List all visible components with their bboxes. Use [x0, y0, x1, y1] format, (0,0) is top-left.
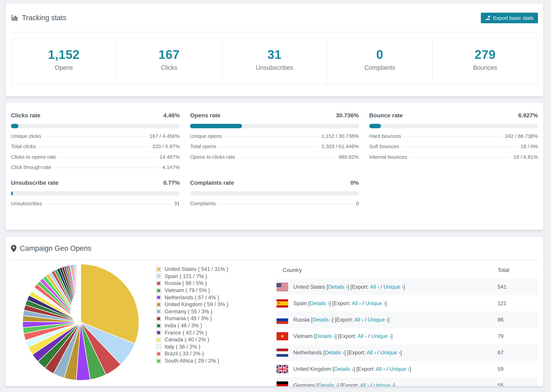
- unsubscribe-rate-progressbar: [11, 191, 180, 196]
- export-unique-link[interactable]: Unique ›: [380, 350, 400, 355]
- legend-label: India ( 46 / 3% ): [165, 322, 202, 329]
- rate-row-label: Soft bounces: [369, 143, 399, 149]
- campaign-geo-opens-card: Campaign Geo Opens United States ( 541 /…: [6, 237, 544, 386]
- export-unique-link[interactable]: Unique ›: [368, 317, 388, 322]
- export-all-link[interactable]: All ›: [352, 300, 361, 306]
- legend-item[interactable]: Germany ( 55 / 3% ): [156, 308, 276, 315]
- complaints-rate-title: Complaints rate: [190, 180, 234, 186]
- export-all-link[interactable]: All ›: [370, 284, 379, 290]
- legend-label: France ( 42 / 2% ): [165, 329, 207, 336]
- export-all-link[interactable]: All ›: [357, 333, 367, 339]
- rate-row-value: 18 / 0%: [521, 143, 538, 149]
- bounces-count: 279: [433, 48, 538, 62]
- legend-label: Italy ( 36 / 2% ): [165, 344, 200, 350]
- legend-item[interactable]: United Kingdom ( 59 / 3% ): [156, 301, 276, 308]
- country-name: United States [: [293, 284, 328, 290]
- details-link[interactable]: Details ›: [312, 317, 332, 322]
- legend-label: Brazil ( 33 / 2% ): [165, 351, 204, 357]
- rate-row-label: Clicks to opens rate: [11, 154, 56, 160]
- rate-row-label: Unique opens: [190, 133, 222, 139]
- export-all-link[interactable]: All ›: [367, 350, 376, 355]
- total-cell: 59: [498, 361, 538, 377]
- legend-label: United States ( 541 / 31% ): [165, 266, 228, 273]
- complaints-rate-title-row: Complaints rate 0%: [190, 180, 359, 186]
- unsubscribe-rate-rows: Unsubscribes31: [11, 200, 180, 206]
- clicks-rate-rows: Unique clicks167 / 4.456%Total clicks220…: [11, 133, 180, 170]
- export-unique-link[interactable]: Unique ›: [374, 382, 394, 386]
- rate-row-value: 689.82%: [339, 154, 359, 160]
- nl-flag-icon: [276, 349, 288, 357]
- export-all-link[interactable]: All ›: [360, 382, 369, 386]
- legend-swatch: [156, 344, 161, 350]
- export-unique-link[interactable]: Unique ›: [365, 300, 385, 306]
- country-links: United States [Details ›] [Export: All ›…: [293, 284, 405, 290]
- vn-flag-icon: [276, 332, 288, 340]
- unsubscribes-count: 31: [222, 48, 327, 62]
- dotted-leader: [38, 147, 150, 147]
- details-link[interactable]: Details ›: [328, 284, 347, 290]
- export-basic-stats-label: Export basic stats: [493, 15, 534, 21]
- export-all-link[interactable]: All ›: [354, 317, 363, 322]
- export-unique-link[interactable]: Unique ›: [371, 333, 391, 339]
- rate-row-label: Unsubscribes: [11, 200, 42, 206]
- unsubscribe-rate-progress-fill: [11, 191, 13, 196]
- export-unique-link[interactable]: Unique ›: [389, 366, 410, 372]
- details-link[interactable]: Details ›: [334, 366, 353, 372]
- legend-swatch: [156, 330, 161, 335]
- export-unique-link[interactable]: Unique ›: [383, 284, 403, 290]
- rate-row: Opens to clicks rate689.82%: [190, 154, 359, 160]
- rate-row-value: 220 / 5.87%: [152, 143, 180, 149]
- country-name: Netherlands [: [293, 350, 325, 355]
- legend-item[interactable]: Brazil ( 33 / 2% ): [156, 350, 276, 357]
- rate-row: Unique clicks167 / 4.456%: [11, 133, 180, 139]
- rate-row: Complaints0: [190, 200, 359, 206]
- rate-row: Internal bounces19 / 6.81%: [369, 154, 538, 160]
- rate-row: Total opens2,303 / 61.446%: [190, 143, 359, 149]
- rate-row-label: Opens to clicks rate: [190, 154, 235, 160]
- total-cell: 79: [498, 328, 538, 344]
- geo-table-row: Spain [Details ›] [Export: All › / Uniqu…: [276, 295, 538, 312]
- geo-header: Campaign Geo Opens: [6, 237, 544, 260]
- country-cell: Netherlands [Details ›] [Export: All › /…: [276, 349, 498, 357]
- export-all-link[interactable]: All ›: [376, 366, 385, 372]
- legend-item[interactable]: France ( 42 / 2% ): [156, 329, 276, 336]
- legend-item[interactable]: United States ( 541 / 31% ): [156, 266, 276, 273]
- rate-row-value: 19 / 6.81%: [514, 154, 538, 160]
- bounce-rate-rows: Hard bounces242 / 86.738%Soft bounces18 …: [369, 133, 538, 160]
- rate-row: Soft bounces18 / 0%: [369, 143, 538, 149]
- opens-rate-progress-fill: [190, 124, 242, 128]
- legend-item[interactable]: South Africa ( 29 / 2% ): [156, 357, 276, 364]
- bounce-rate-value: 6.927%: [518, 112, 538, 119]
- total-cell: 86: [498, 312, 538, 328]
- details-link[interactable]: Details ›: [316, 333, 335, 339]
- rate-row: Unique opens1,152 / 30.736%: [190, 133, 359, 139]
- legend-item[interactable]: Netherlands ( 67 / 4% ): [156, 294, 276, 301]
- rate-row-label: Internal bounces: [369, 154, 407, 160]
- legend-item[interactable]: India ( 46 / 3% ): [156, 322, 276, 329]
- bracket-close: ]: [394, 382, 395, 386]
- geo-table-header-row: Country Total: [276, 260, 538, 279]
- page: Tracking stats Export basic stats 1,152 …: [0, 0, 551, 392]
- legend-item[interactable]: Vietnam ( 79 / 5% ): [156, 287, 276, 294]
- bracket-close: ]: [391, 333, 393, 339]
- export-prefix: ] [Export:: [344, 350, 367, 355]
- details-link[interactable]: Details ›: [318, 382, 338, 386]
- legend-item[interactable]: Spain ( 121 / 7% ): [156, 273, 276, 280]
- legend-label: United Kingdom ( 59 / 3% ): [165, 301, 228, 308]
- total-cell: 121: [498, 295, 538, 312]
- legend-item[interactable]: Canada ( 40 / 2% ): [156, 336, 276, 343]
- rate-row-label: Hard bounces: [369, 133, 401, 139]
- legend-item[interactable]: Russia ( 86 / 5% ): [156, 280, 276, 287]
- clicks-rate-title-row: Clicks rate 4.46%: [11, 112, 180, 119]
- legend-item[interactable]: Romania ( 49 / 3% ): [156, 315, 276, 322]
- details-link[interactable]: Details ›: [310, 300, 329, 306]
- dotted-leader: [219, 147, 319, 147]
- legend-item[interactable]: Italy ( 36 / 2% ): [156, 343, 276, 350]
- country-name: United Kingdom [: [293, 366, 334, 372]
- rate-row-label: Unique clicks: [11, 133, 41, 139]
- country-column-header: Country: [276, 260, 498, 279]
- details-link[interactable]: Details ›: [325, 350, 344, 355]
- rate-row-label: Click through rate: [11, 164, 51, 170]
- export-basic-stats-button[interactable]: Export basic stats: [481, 13, 538, 23]
- link-separator: /: [369, 382, 374, 386]
